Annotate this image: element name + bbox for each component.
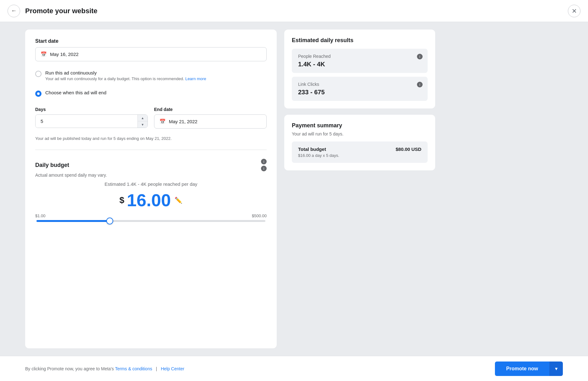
slider-labels: $1.00 $500.00 bbox=[35, 213, 267, 218]
people-reached-label: People Reached bbox=[298, 54, 421, 59]
header-left: ← Promote your website bbox=[8, 5, 97, 17]
people-reached-value: 1.4K - 4K bbox=[298, 61, 421, 68]
start-date-section: Start date 📅 May 16, 2022 bbox=[35, 38, 267, 61]
results-title: Estimated daily results bbox=[292, 37, 428, 44]
total-budget-sublabel: $16.00 a day x 5 days. bbox=[298, 153, 339, 158]
back-icon: ← bbox=[11, 8, 17, 14]
radio-end-label: Choose when this ad will end bbox=[45, 90, 106, 95]
close-button[interactable]: ✕ bbox=[568, 5, 580, 17]
link-clicks-label: Link Clicks bbox=[298, 82, 421, 87]
total-budget-amount: $80.00 USD bbox=[396, 146, 421, 152]
info-icons: i i bbox=[261, 159, 267, 171]
link-clicks-value: 233 - 675 bbox=[298, 89, 421, 96]
left-panel: Start date 📅 May 16, 2022 Run this ad co… bbox=[25, 30, 277, 348]
terms-link[interactable]: Terms & conditions bbox=[115, 366, 152, 371]
days-label: Days bbox=[35, 107, 148, 112]
budget-amount: 16.00 bbox=[127, 190, 171, 210]
footer-separator: | bbox=[156, 366, 157, 371]
budget-header: Daily budget i i bbox=[35, 159, 267, 171]
start-date-label: Start date bbox=[35, 38, 267, 44]
dollar-sign: $ bbox=[119, 195, 125, 205]
promote-now-button[interactable]: Promote now bbox=[495, 362, 549, 376]
end-date-field[interactable]: 📅 May 21, 2022 bbox=[154, 114, 267, 129]
divider bbox=[35, 150, 267, 150]
footer-actions: Promote now ▼ bbox=[495, 362, 563, 376]
slider-container: $1.00 $500.00 bbox=[35, 213, 267, 222]
back-button[interactable]: ← bbox=[8, 5, 20, 17]
link-clicks-info-icon[interactable]: i bbox=[417, 82, 423, 87]
disclaimer-text: By clicking Promote now, you agree to Me… bbox=[25, 366, 114, 371]
start-date-field[interactable]: 📅 May 16, 2022 bbox=[35, 47, 267, 61]
days-stepper-up[interactable]: ▲ bbox=[138, 115, 147, 121]
radio-continuous-circle[interactable] bbox=[35, 71, 42, 77]
info-icon-2[interactable]: i bbox=[261, 166, 267, 171]
radio-continuous-text: Run this ad continuously Your ad will ru… bbox=[45, 70, 206, 81]
budget-amount-row: $ 16.00 ✏️ bbox=[35, 190, 267, 210]
people-reached-card: People Reached 1.4K - 4K i bbox=[292, 49, 428, 73]
payment-subtitle: Your ad will run for 5 days. bbox=[292, 131, 428, 136]
people-reached-info-icon[interactable]: i bbox=[417, 54, 423, 59]
days-stepper-down[interactable]: ▼ bbox=[138, 121, 147, 128]
budget-title: Daily budget bbox=[35, 162, 69, 168]
close-icon: ✕ bbox=[572, 7, 577, 15]
radio-end-circle[interactable] bbox=[35, 91, 42, 97]
promote-dropdown-button[interactable]: ▼ bbox=[549, 362, 563, 376]
radio-continuous-sublabel: Your ad will run continuously for a dail… bbox=[45, 76, 206, 81]
footer-disclaimer: By clicking Promote now, you agree to Me… bbox=[25, 366, 184, 371]
calendar-icon: 📅 bbox=[41, 51, 47, 57]
right-panel: Estimated daily results People Reached 1… bbox=[284, 30, 435, 348]
radio-continuous-option[interactable]: Run this ad continuously Your ad will ru… bbox=[35, 70, 267, 81]
results-card: Estimated daily results People Reached 1… bbox=[284, 30, 435, 108]
radio-continuous-label: Run this ad continuously bbox=[45, 70, 206, 75]
daily-budget-section: Daily budget i i Actual amount spend dai… bbox=[35, 159, 267, 222]
footer: By clicking Promote now, you agree to Me… bbox=[0, 356, 588, 381]
days-section: Days 5 ▲ ▼ bbox=[35, 107, 148, 129]
end-calendar-icon: 📅 bbox=[159, 119, 166, 124]
edit-icon[interactable]: ✏️ bbox=[175, 196, 182, 204]
header: ← Promote your website ✕ bbox=[0, 0, 588, 22]
link-clicks-card: Link Clicks 233 - 675 i bbox=[292, 77, 428, 101]
ad-run-info: Your ad will be published today and run … bbox=[35, 136, 267, 141]
slider-min-label: $1.00 bbox=[35, 213, 46, 218]
estimate-text: Estimated 1.4K - 4K people reached per d… bbox=[35, 181, 267, 187]
page-title: Promote your website bbox=[25, 7, 97, 15]
payment-row-card: Total budget $16.00 a day x 5 days. $80.… bbox=[292, 141, 428, 163]
days-input[interactable]: 5 bbox=[36, 115, 147, 128]
days-input-wrapper: 5 ▲ ▼ bbox=[35, 114, 148, 128]
slider-max-label: $500.00 bbox=[252, 213, 267, 218]
total-budget-label: Total budget bbox=[298, 146, 339, 152]
info-icon-1[interactable]: i bbox=[261, 159, 267, 164]
radio-end-option[interactable]: Choose when this ad will end bbox=[35, 90, 267, 97]
main-content: Start date 📅 May 16, 2022 Run this ad co… bbox=[0, 22, 588, 356]
enddate-section: End date 📅 May 21, 2022 bbox=[154, 107, 267, 129]
end-date-value: May 21, 2022 bbox=[169, 119, 197, 124]
start-date-value: May 16, 2022 bbox=[50, 52, 79, 57]
slider-fill bbox=[36, 220, 110, 222]
slider-thumb[interactable] bbox=[106, 218, 113, 224]
learn-more-link[interactable]: Learn more bbox=[185, 76, 206, 81]
payment-row: Total budget $16.00 a day x 5 days. $80.… bbox=[298, 146, 421, 158]
days-enddate-row: Days 5 ▲ ▼ End date 📅 May 21, 2022 bbox=[35, 107, 267, 129]
payment-title: Payment summary bbox=[292, 122, 428, 129]
slider-track[interactable] bbox=[36, 220, 265, 222]
help-center-link[interactable]: Help Center bbox=[161, 366, 184, 371]
payment-card: Payment summary Your ad will run for 5 d… bbox=[284, 115, 435, 170]
payment-row-left: Total budget $16.00 a day x 5 days. bbox=[298, 146, 339, 158]
stepper-buttons: ▲ ▼ bbox=[137, 115, 147, 128]
end-date-label: End date bbox=[154, 107, 267, 112]
dropdown-chevron-icon: ▼ bbox=[554, 366, 558, 371]
budget-subtitle: Actual amount spend daily may vary. bbox=[35, 173, 267, 178]
